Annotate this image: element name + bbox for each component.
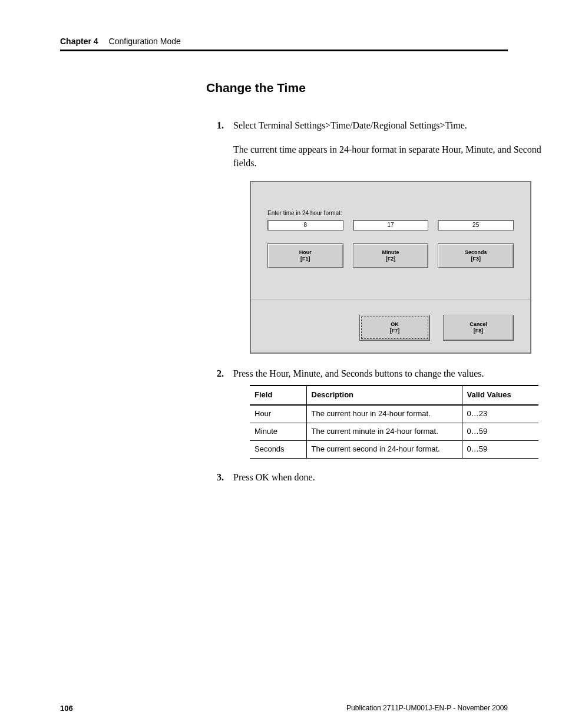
table-row: Seconds The current second in 24-hour fo…	[250, 440, 538, 458]
minute-button[interactable]: Minute [F2]	[353, 243, 429, 268]
cell-desc: The current second in 24-hour format.	[306, 440, 462, 458]
seconds-input[interactable]: 25	[438, 220, 514, 230]
time-dialog: Enter time in 24 hour format: 8 Hour [F1…	[250, 181, 531, 354]
table-row: Hour The current hour in 24-hour format.…	[250, 405, 538, 423]
cell-valid: 0…59	[462, 440, 538, 458]
cell-desc: The current hour in 24-hour format.	[306, 405, 462, 423]
seconds-button-label: Seconds	[465, 249, 487, 256]
dialog-prompt: Enter time in 24 hour format:	[267, 209, 514, 218]
cell-valid: 0…23	[462, 405, 538, 423]
hour-input[interactable]: 8	[267, 220, 343, 230]
section-title: Change the Time	[206, 81, 508, 95]
step-3-text: Press OK when done.	[233, 470, 562, 484]
ok-button[interactable]: OK [F7]	[359, 315, 430, 341]
page-footer: 106 Publication 2711P-UM001J-EN-P - Nove…	[60, 704, 508, 713]
minute-button-label: Minute	[382, 249, 399, 256]
cell-desc: The current minute in 24-hour format.	[306, 423, 462, 440]
cell-field: Seconds	[250, 440, 306, 458]
publication-info: Publication 2711P-UM001J-EN-P - November…	[346, 704, 508, 713]
cell-valid: 0…59	[462, 423, 538, 440]
th-desc: Description	[306, 386, 462, 405]
minute-button-key: [F2]	[386, 256, 396, 262]
header-rule	[60, 50, 508, 51]
hour-button[interactable]: Hour [F1]	[267, 243, 343, 268]
step-2-text: Press the Hour, Minute, and Seconds butt…	[233, 367, 562, 380]
ok-button-label: OK	[391, 321, 399, 328]
cancel-button[interactable]: Cancel [F8]	[443, 315, 514, 341]
cancel-button-label: Cancel	[470, 321, 487, 328]
step-1: Select Terminal Settings>Time/Date/Regio…	[217, 118, 562, 354]
cancel-button-key: [F8]	[474, 328, 484, 334]
cell-field: Hour	[250, 405, 306, 423]
step-3: Press OK when done.	[217, 470, 562, 484]
seconds-button[interactable]: Seconds [F3]	[438, 243, 514, 268]
table-row: Minute The current minute in 24-hour for…	[250, 423, 538, 440]
fields-table: Field Description Valid Values Hour The …	[250, 385, 538, 458]
th-field: Field	[250, 386, 306, 405]
step-1-para: The current time appears in 24-hour form…	[233, 143, 562, 170]
page-header: Chapter 4 Configuration Mode	[60, 37, 508, 46]
minute-input[interactable]: 17	[353, 220, 429, 230]
ok-button-key: [F7]	[390, 328, 400, 334]
seconds-button-key: [F3]	[471, 256, 481, 262]
step-1-text: Select Terminal Settings>Time/Date/Regio…	[233, 118, 562, 132]
hour-button-label: Hour	[299, 249, 312, 256]
step-2: Press the Hour, Minute, and Seconds butt…	[217, 367, 562, 459]
cell-field: Minute	[250, 423, 306, 440]
hour-button-key: [F1]	[300, 256, 310, 262]
chapter-title: Configuration Mode	[109, 37, 181, 46]
th-valid: Valid Values	[462, 386, 538, 405]
page-number: 106	[60, 704, 73, 713]
chapter-label: Chapter 4	[60, 37, 98, 46]
table-header-row: Field Description Valid Values	[250, 386, 538, 405]
